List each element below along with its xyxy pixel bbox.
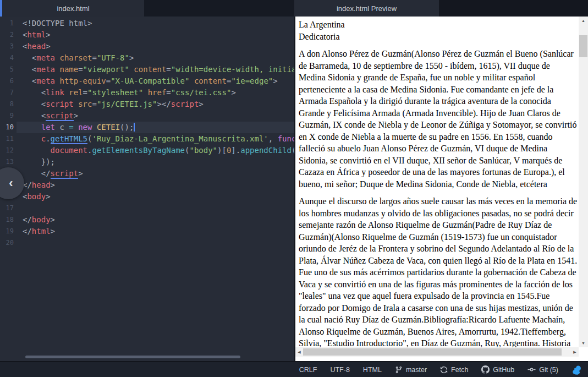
editor-horizontal-scrollbar[interactable] bbox=[25, 356, 240, 358]
code-line[interactable]: 11 c.getHTML5('Ruy_Diaz-La_Argentina_Man… bbox=[0, 133, 294, 145]
status-bar: CRLF UTF-8 HTML master Fetch GitHub bbox=[0, 362, 588, 377]
line-number: 2 bbox=[0, 29, 14, 41]
status-fetch[interactable]: Fetch bbox=[440, 366, 468, 374]
preview-pane: La Argentina Dedicatoria A don Alonso Pé… bbox=[295, 17, 588, 361]
preview-tabbar: index.html Preview bbox=[294, 0, 588, 17]
preview-paragraph-1: A don Alonso Pérez de Guzmán(Alonso Pére… bbox=[299, 48, 578, 190]
status-github[interactable]: GitHub bbox=[481, 365, 514, 374]
status-git-commits[interactable]: Git (5) bbox=[527, 365, 558, 374]
preview-paragraph-2: Aunque el discurso de largos años suele … bbox=[299, 195, 578, 347]
branch-label: master bbox=[406, 366, 427, 374]
text-cursor bbox=[134, 123, 135, 132]
fetch-label: Fetch bbox=[451, 366, 468, 374]
tab-label: index.html bbox=[57, 4, 89, 13]
code-line[interactable]: 16<body> bbox=[0, 191, 294, 203]
line-endings-label: CRLF bbox=[299, 366, 317, 374]
code-line[interactable]: 8 <script src="js/CETEI.js"></script> bbox=[0, 99, 294, 110]
horizontal-scroll-thumb[interactable] bbox=[303, 348, 562, 356]
code-line[interactable]: 3<head> bbox=[0, 41, 294, 52]
tab-index-html-preview[interactable]: index.html Preview bbox=[294, 0, 439, 17]
preview-subtitle: Dedicatoria bbox=[299, 31, 578, 43]
code-line[interactable]: 15</head> bbox=[0, 179, 294, 191]
preview-content: La Argentina Dedicatoria A don Alonso Pé… bbox=[299, 19, 578, 347]
line-number: 9 bbox=[0, 110, 14, 122]
encoding-label: UTF-8 bbox=[330, 366, 349, 374]
sync-icon bbox=[440, 366, 448, 374]
line-number: 7 bbox=[0, 87, 14, 99]
line-number: 18 bbox=[0, 214, 14, 226]
code-line[interactable]: 2<html> bbox=[0, 29, 294, 41]
code-line[interactable]: 10 let c = new CETEI(); bbox=[0, 122, 294, 133]
vertical-scroll-thumb[interactable] bbox=[579, 35, 587, 57]
line-number: 3 bbox=[0, 41, 14, 52]
status-language[interactable]: HTML bbox=[363, 366, 382, 374]
line-number: 13 bbox=[0, 156, 14, 168]
github-octocat-icon bbox=[481, 365, 490, 374]
code-line[interactable]: 13 }); bbox=[0, 156, 294, 168]
status-encoding[interactable]: UTF-8 bbox=[330, 366, 349, 374]
brackets-squirrel-icon[interactable] bbox=[571, 365, 581, 375]
status-line-endings[interactable]: CRLF bbox=[299, 366, 317, 374]
preview-vertical-scrollbar[interactable]: ▲ ▼ bbox=[579, 17, 588, 347]
preview-title: La Argentina bbox=[299, 19, 578, 31]
line-number: 19 bbox=[0, 226, 14, 237]
language-label: HTML bbox=[363, 366, 382, 374]
status-git-branch[interactable]: master bbox=[395, 366, 427, 374]
code-editor-pane[interactable]: 1<!DOCTYPE html>2<html>3<head>4 <meta ch… bbox=[0, 17, 294, 361]
code-line[interactable]: 4 <meta charset="UTF-8"> bbox=[0, 52, 294, 64]
code-line[interactable]: 9 <script> bbox=[0, 110, 294, 122]
tab-label: index.html Preview bbox=[337, 4, 397, 13]
code-line[interactable]: 17 bbox=[0, 203, 294, 214]
line-number: 20 bbox=[0, 237, 14, 249]
line-number: 17 bbox=[0, 203, 14, 214]
git-count-label: Git (5) bbox=[539, 366, 558, 374]
scroll-down-arrow-icon[interactable]: ▼ bbox=[579, 339, 588, 347]
chevron-left-icon: ‹ bbox=[9, 177, 13, 189]
git-commit-icon bbox=[527, 365, 536, 374]
line-number: 12 bbox=[0, 145, 14, 156]
tab-index-html[interactable]: index.html bbox=[2, 0, 144, 17]
scroll-right-arrow-icon[interactable]: ▶ bbox=[571, 347, 579, 357]
scroll-left-arrow-icon[interactable]: ◀ bbox=[295, 347, 303, 357]
line-number: 4 bbox=[0, 52, 14, 64]
line-number: 1 bbox=[0, 18, 14, 29]
app-window: index.html index.html Preview 1<!DOCTYPE… bbox=[0, 0, 588, 377]
line-number: 5 bbox=[0, 64, 14, 75]
code-line[interactable]: 20 bbox=[0, 237, 294, 249]
git-branch-icon bbox=[395, 366, 403, 374]
code-line[interactable]: 19</html> bbox=[0, 226, 294, 237]
line-number: 11 bbox=[0, 133, 14, 145]
code-line[interactable]: 14 </script> bbox=[0, 168, 294, 179]
code-line[interactable]: 5 <meta name="viewport" content="width=d… bbox=[0, 64, 294, 75]
code-line[interactable]: 6 <meta http-equiv="X-UA-Compatible" con… bbox=[0, 75, 294, 87]
line-number: 6 bbox=[0, 75, 14, 87]
line-number: 10 bbox=[0, 122, 14, 133]
code-line[interactable]: 12 document.getElementsByTagName("body")… bbox=[0, 145, 294, 156]
preview-horizontal-scrollbar[interactable]: ◀ ▶ bbox=[295, 347, 579, 357]
scroll-up-arrow-icon[interactable]: ▲ bbox=[579, 17, 588, 25]
code-area[interactable]: 1<!DOCTYPE html>2<html>3<head>4 <meta ch… bbox=[0, 18, 294, 249]
line-number: 8 bbox=[0, 99, 14, 110]
code-line[interactable]: 7 <link rel="stylesheet" href="css/tei.c… bbox=[0, 87, 294, 99]
github-label: GitHub bbox=[493, 366, 514, 374]
code-line[interactable]: 18</body> bbox=[0, 214, 294, 226]
code-line[interactable]: 1<!DOCTYPE html> bbox=[0, 18, 294, 29]
editor-tabbar: index.html bbox=[0, 0, 294, 17]
